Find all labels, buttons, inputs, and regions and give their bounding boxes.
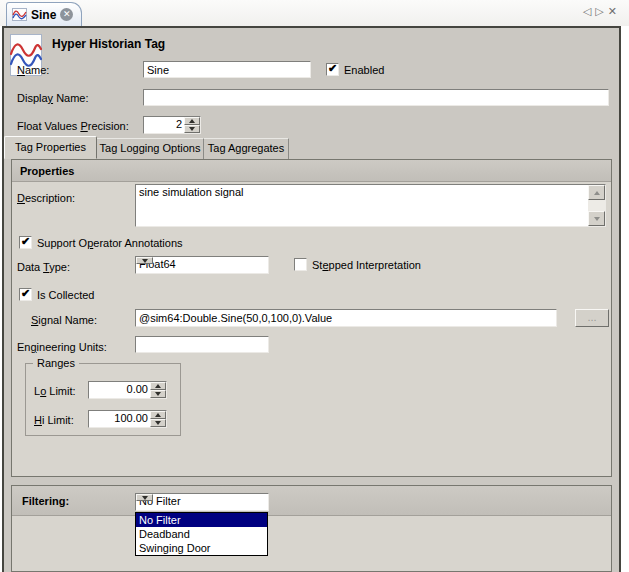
properties-groupbox: Properties Description: sine simulation … (11, 159, 612, 477)
name-label: Name: (17, 64, 49, 76)
hi-limit-up-button[interactable] (150, 411, 166, 419)
data-type-dropdown[interactable]: Float64 (135, 256, 269, 274)
signal-name-label: Signal Name: (31, 314, 97, 326)
filter-option-swinging-door[interactable]: Swinging Door (136, 541, 267, 555)
properties-section-title: Properties (20, 165, 74, 177)
hi-limit-stepper[interactable]: 100.00 (88, 410, 167, 428)
tab-tag-properties[interactable]: Tag Properties (4, 136, 97, 159)
lo-limit-up-button[interactable] (150, 382, 166, 390)
is-collected-label: Is Collected (37, 289, 94, 301)
signal-name-input[interactable] (135, 309, 557, 327)
display-name-input[interactable] (143, 89, 609, 106)
lo-limit-down-button[interactable] (150, 390, 166, 398)
stepped-interpretation-checkbox[interactable] (294, 258, 307, 271)
data-type-value: Float64 (136, 257, 268, 273)
lo-limit-label: Lo Limit: (34, 385, 76, 397)
checkmark-icon: ✔ (21, 287, 30, 300)
engineering-units-label: Engineering Units: (17, 341, 107, 353)
engineering-units-input[interactable] (135, 336, 269, 353)
support-operator-annotations-label: Support Operator Annotations (37, 237, 183, 249)
nav-close-icon[interactable]: ✕ (608, 5, 621, 17)
stepped-interpretation-label: Stepped Interpretation (312, 259, 421, 271)
tab-tag-aggregates[interactable]: Tag Aggregates (204, 138, 289, 159)
description-field-container: sine simulation signal (135, 184, 606, 227)
lo-limit-value: 0.00 (89, 382, 150, 398)
checkmark-icon: ✔ (328, 62, 337, 75)
description-label: Description: (17, 192, 75, 204)
properties-section-header: Properties (12, 160, 611, 182)
hi-limit-value: 100.00 (89, 411, 150, 427)
display-name-label: Display Name: (17, 92, 89, 104)
filtering-value: No Filter (136, 494, 268, 510)
tab-tag-logging-options[interactable]: Tag Logging Options (97, 138, 204, 159)
lo-limit-stepper[interactable]: 0.00 (88, 381, 167, 399)
dropdown-arrow-icon[interactable] (136, 494, 153, 501)
document-tab-bar: Sine ✕ ◁▷✕ (0, 0, 629, 26)
tab-nav-controls: ◁▷✕ (583, 5, 621, 18)
hi-limit-down-button[interactable] (150, 419, 166, 427)
checkmark-icon: ✔ (21, 235, 30, 248)
support-operator-annotations-checkbox[interactable]: ✔ (19, 236, 32, 249)
filtering-groupbox: Filtering: No Filter No Filter Deadband … (11, 485, 612, 572)
precision-value: 2 (144, 117, 184, 133)
description-scrollbar[interactable] (588, 185, 605, 226)
filter-option-deadband[interactable]: Deadband (136, 527, 267, 541)
filtering-dropdown-list: No Filter Deadband Swinging Door (135, 512, 268, 556)
signal-browse-button[interactable]: ... (575, 309, 609, 327)
filter-option-no-filter[interactable]: No Filter (136, 513, 267, 527)
document-tab-sine[interactable]: Sine ✕ (6, 2, 82, 26)
precision-down-button[interactable] (184, 125, 200, 133)
is-collected-checkbox[interactable]: ✔ (19, 288, 32, 301)
tab-close-icon[interactable]: ✕ (60, 8, 73, 21)
float-values-precision-label: Float Values Precision: (17, 120, 129, 132)
data-type-label: Data Type: (17, 261, 70, 273)
filtering-dropdown[interactable]: No Filter (135, 493, 269, 511)
sine-wave-icon (12, 8, 27, 21)
dropdown-arrow-icon[interactable] (136, 257, 153, 264)
description-input[interactable]: sine simulation signal (136, 185, 588, 226)
precision-stepper[interactable]: 2 (143, 116, 201, 134)
enabled-checkbox[interactable]: ✔ (326, 63, 339, 76)
name-input[interactable] (143, 61, 311, 78)
enabled-label: Enabled (344, 64, 384, 76)
precision-up-button[interactable] (184, 117, 200, 125)
nav-prev-icon[interactable]: ◁ (583, 5, 595, 17)
scroll-down-icon[interactable] (588, 211, 605, 226)
document-tab-title: Sine (31, 8, 56, 22)
filtering-section-header: Filtering: (12, 486, 611, 516)
page-title: Hyper Historian Tag (52, 37, 165, 51)
ranges-title: Ranges (33, 357, 79, 369)
scroll-up-icon[interactable] (588, 185, 605, 200)
filtering-label: Filtering: (22, 495, 69, 507)
nav-next-icon[interactable]: ▷ (595, 5, 607, 17)
ranges-groupbox: Ranges Lo Limit: 0.00 Hi Limit: 100.00 (25, 363, 181, 436)
hi-limit-label: Hi Limit: (34, 414, 74, 426)
hyper-historian-tag-panel: Hyper Historian Tag Name: ✔ Enabled Disp… (2, 26, 621, 572)
